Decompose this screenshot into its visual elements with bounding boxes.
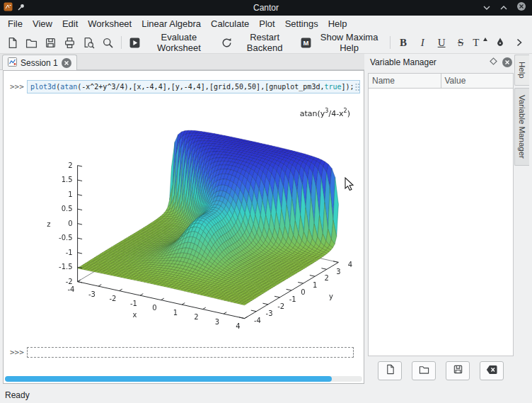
restart-backend-button[interactable]: Restart Backend	[218, 34, 296, 52]
superscript-arrow-icon	[483, 38, 487, 41]
statusbar: Ready	[0, 387, 532, 403]
print-preview-button[interactable]	[80, 34, 98, 52]
command-token: ]);	[342, 83, 354, 91]
app-icon	[4, 1, 13, 14]
menu-item-file[interactable]: File	[3, 17, 28, 30]
new-variable-button[interactable]	[378, 361, 402, 380]
menu-item-linear-algebra[interactable]: Linear Algebra	[137, 17, 206, 30]
new-worksheet-button[interactable]	[4, 34, 21, 52]
panel-close-icon[interactable]	[502, 57, 512, 67]
show-maxima-help-button[interactable]: M Show Maxima Help	[297, 34, 385, 52]
drag-handle-icon[interactable]	[354, 83, 360, 91]
command-token: (-x^2+y^3/4),[x,-4,4],[y,-4,4],[grid,50,…	[77, 83, 324, 91]
close-button[interactable]	[516, 1, 526, 14]
float-panel-icon[interactable]	[490, 57, 497, 67]
empty-command-entry[interactable]	[27, 347, 354, 358]
evaluate-worksheet-button[interactable]: Evaluate Worksheet	[126, 34, 216, 52]
text-color-button[interactable]	[491, 34, 509, 52]
toolbar-separator	[390, 36, 391, 49]
variable-table-header: Name Value	[369, 74, 513, 89]
svg-text:M: M	[303, 39, 309, 47]
side-tab-variable-manager[interactable]: Variable Manager	[514, 88, 529, 166]
variable-manager-panel: Variable Manager Name Value	[367, 55, 514, 383]
evaluate-icon	[129, 37, 141, 49]
variable-manager-header: Variable Manager	[367, 55, 514, 69]
toolbar-overflow-button[interactable]	[510, 34, 528, 52]
column-header-name[interactable]: Name	[369, 74, 441, 88]
command-prompt: >>>	[10, 82, 24, 91]
strikethrough-button[interactable]: S	[452, 34, 470, 52]
command-token: true	[324, 83, 341, 91]
clear-icon	[486, 365, 497, 377]
evaluate-label: Evaluate Worksheet	[144, 32, 214, 53]
window-title: Cantor	[0, 3, 532, 13]
tab-session-1[interactable]: Session 1	[2, 55, 77, 70]
plot-title-part: /4-x	[328, 109, 343, 118]
titlebar: Cantor	[0, 0, 532, 16]
menu-item-view[interactable]: View	[28, 17, 57, 30]
toolbar: Evaluate Worksheet Restart Backend M Sho…	[0, 32, 532, 54]
floppy-icon	[45, 37, 57, 49]
strikethrough-label: S	[458, 38, 463, 48]
italic-button[interactable]: I	[414, 34, 432, 52]
plot-title-part: atan(y	[300, 109, 325, 118]
command-token: atan	[60, 83, 77, 91]
menu-item-settings[interactable]: Settings	[280, 17, 323, 30]
horizontal-scrollbar-track[interactable]	[5, 376, 362, 382]
menu-item-help[interactable]: Help	[323, 17, 352, 30]
menu-item-worksheet[interactable]: Worksheet	[83, 17, 137, 30]
new-document-icon	[385, 364, 395, 377]
load-variables-button[interactable]	[412, 361, 436, 380]
bold-button[interactable]: B	[395, 34, 412, 52]
printer-icon	[64, 37, 76, 49]
variable-table: Name Value	[368, 73, 514, 356]
worksheet: >>> plot3d(atan(-x^2+y^3/4),[x,-4,4],[y,…	[3, 70, 364, 384]
side-tab-help[interactable]: Help	[514, 55, 529, 86]
ink-drop-icon	[495, 37, 506, 48]
plot-title: atan(y3/4-x2)	[300, 108, 350, 118]
maxima-help-icon: M	[300, 37, 312, 49]
menu-item-calculate[interactable]: Calculate	[206, 17, 254, 30]
toolbar-separator	[121, 36, 122, 49]
chevron-right-icon	[516, 38, 523, 47]
print-button[interactable]	[61, 34, 79, 52]
plot-output: atan(y3/4-x2)	[9, 102, 362, 337]
underline-button[interactable]: U	[433, 34, 451, 52]
menu-item-plot[interactable]: Plot	[254, 17, 279, 30]
mouse-cursor-icon	[345, 177, 354, 194]
session-tab-icon	[8, 57, 17, 69]
entry-prompt: >>>	[10, 348, 24, 357]
status-text: Ready	[5, 390, 30, 400]
folder-icon	[25, 37, 37, 49]
italic-label: I	[421, 38, 424, 48]
maximize-button[interactable]	[499, 1, 508, 14]
clear-variables-button[interactable]	[480, 361, 504, 380]
variable-manager-title: Variable Manager	[370, 57, 436, 67]
save-button[interactable]	[42, 34, 59, 52]
variable-manager-toolbar	[367, 360, 514, 381]
find-button[interactable]	[99, 34, 117, 52]
tabbar: Session 1	[0, 54, 364, 70]
save-variables-button[interactable]	[446, 361, 470, 380]
plot3d-surface-canvas	[9, 102, 362, 336]
horizontal-scrollbar-thumb[interactable]	[5, 376, 332, 382]
new-document-icon	[6, 37, 18, 49]
menubar: FileViewEditWorksheetLinear AlgebraCalcu…	[0, 16, 532, 32]
floppy-icon	[453, 364, 463, 377]
search-icon	[102, 37, 114, 49]
restart-icon	[221, 37, 233, 49]
tab-close-icon[interactable]	[62, 58, 71, 68]
superscript-button[interactable]: T	[471, 34, 490, 52]
print-preview-icon	[83, 37, 95, 49]
underline-label: U	[438, 38, 446, 48]
column-header-value[interactable]: Value	[441, 74, 514, 88]
bold-label: B	[400, 38, 407, 48]
command-entry[interactable]: plot3d(atan(-x^2+y^3/4),[x,-4,4],[y,-4,4…	[27, 80, 360, 93]
pin-icon[interactable]	[17, 1, 25, 14]
command-token: plot3d	[30, 83, 56, 91]
menu-item-edit[interactable]: Edit	[57, 17, 83, 30]
open-button[interactable]	[23, 34, 40, 52]
plot-title-part: )	[347, 109, 350, 118]
superscript-label: T	[473, 38, 479, 48]
minimize-button[interactable]	[482, 1, 491, 14]
